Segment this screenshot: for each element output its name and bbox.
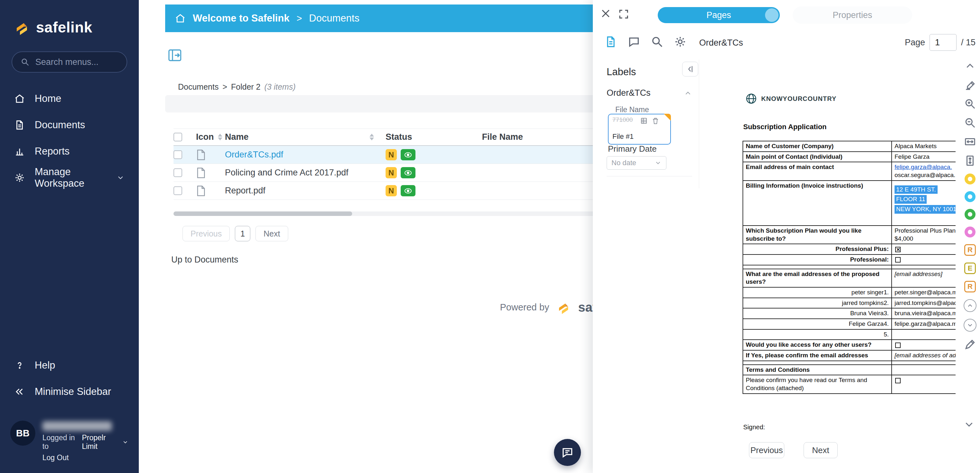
highlight-color-cyan[interactable] <box>964 191 975 202</box>
chat-widget-button[interactable] <box>554 439 581 466</box>
up-to-documents-link[interactable]: Up to Documents <box>171 255 239 265</box>
sidebar-bottom: Help Minimise Sidebar <box>0 352 139 405</box>
horizontal-scrollbar-thumb[interactable] <box>173 212 352 216</box>
pdf-logo-text: KNOWYOURCOUNTRY <box>761 95 836 102</box>
pdf-file-icon <box>196 149 206 161</box>
comments-icon[interactable] <box>627 35 641 49</box>
sidebar-item-home[interactable]: Home <box>0 86 139 112</box>
sidebar-item-minimise[interactable]: Minimise Sidebar <box>0 379 139 405</box>
breadcrumb-root[interactable]: Documents <box>178 82 218 92</box>
highlighted-text: FLOOR 11 <box>894 195 927 204</box>
breadcrumb-separator: > <box>222 82 227 92</box>
scroll-up-icon[interactable] <box>964 60 976 72</box>
pdf-checkbox <box>895 378 900 383</box>
labels-divider <box>699 60 699 188</box>
help-label: Help <box>35 360 55 371</box>
sort-icon[interactable] <box>218 134 222 140</box>
primary-date-select[interactable]: No date <box>607 156 667 170</box>
previous-annotation-icon[interactable] <box>964 299 977 312</box>
table-row: Main point of Contact (Individual) Felip… <box>743 152 956 162</box>
label-section-order-tcs[interactable]: Order&TCs <box>607 88 692 98</box>
highlighter-icon[interactable] <box>964 79 976 91</box>
fit-page-icon[interactable] <box>964 154 976 167</box>
tab-properties[interactable]: Properties <box>793 6 912 24</box>
file-name-field-editor[interactable]: 771000 File #1 <box>608 114 671 145</box>
pages-toggle-knob[interactable] <box>765 8 778 22</box>
file-name-link[interactable]: Order&TCs.pdf <box>225 150 283 160</box>
highlighted-text: NEW YORK, NY 10017 <box>894 205 956 214</box>
fullscreen-icon[interactable] <box>618 8 632 22</box>
minimise-label: Minimise Sidebar <box>35 386 111 398</box>
pdf-heading: Subscription Application <box>743 123 827 131</box>
close-icon[interactable] <box>600 8 614 22</box>
spacer-row <box>743 361 956 365</box>
sidebar-item-reports[interactable]: Reports <box>0 138 139 164</box>
next-document-button[interactable]: Next <box>803 442 838 458</box>
labels-heading: Labels <box>607 66 636 78</box>
zoom-in-icon[interactable] <box>964 98 976 110</box>
highlight-color-pink[interactable] <box>964 226 975 237</box>
row-checkbox[interactable] <box>173 150 182 159</box>
banner-separator: > <box>297 13 302 24</box>
sidebar: safelink Home Documents Reports <box>0 0 139 473</box>
log-out-link[interactable]: Log Out <box>42 453 129 462</box>
sidebar-item-help[interactable]: Help <box>0 352 139 379</box>
next-page-button[interactable]: Next <box>255 226 288 241</box>
status-badge-viewed <box>401 167 415 178</box>
grid-icon[interactable] <box>640 117 648 125</box>
sidebar-item-label: Documents <box>35 119 85 131</box>
select-all-checkbox[interactable] <box>173 133 182 142</box>
search-menus-input[interactable] <box>35 57 118 67</box>
column-header-name[interactable]: Name <box>225 132 386 142</box>
pdf-checkbox <box>895 257 900 263</box>
email-link: felipe.garza@alpaca. <box>894 164 952 170</box>
zoom-out-icon[interactable] <box>964 117 976 129</box>
scroll-down-icon[interactable] <box>963 418 977 433</box>
chevron-up-icon[interactable] <box>684 89 692 97</box>
pencil-icon[interactable] <box>964 338 976 350</box>
highlight-color-green[interactable] <box>964 209 975 220</box>
row-checkbox[interactable] <box>173 186 182 195</box>
search-menus-box[interactable] <box>11 51 127 73</box>
avatar: BB <box>10 420 35 446</box>
tab-pages[interactable]: Pages <box>658 7 780 23</box>
sidebar-item-manage-workspace[interactable]: Manage Workspace <box>0 164 139 191</box>
workspace-selector[interactable]: Propelr Limit <box>82 433 119 451</box>
status-badge-viewed <box>401 185 415 196</box>
table-row: Bruna Vieira3. bruna.vieira@alpaca.ma <box>743 308 956 319</box>
sidebar-item-label: Reports <box>35 146 70 157</box>
row-checkbox[interactable] <box>173 168 182 177</box>
pages-view-icon[interactable] <box>605 35 618 49</box>
sidebar-item-label: Manage Workspace <box>35 166 107 189</box>
annotation-tool-1[interactable]: R <box>964 244 976 256</box>
user-name-redacted <box>42 421 112 431</box>
page-label: Page <box>905 38 925 48</box>
search-icon <box>21 57 30 67</box>
file-name-text[interactable]: Report.pdf <box>225 186 266 196</box>
sidebar-item-documents[interactable]: Documents <box>0 112 139 138</box>
chevron-down-icon[interactable] <box>122 439 129 445</box>
breadcrumb-folder[interactable]: Folder 2 <box>231 82 261 92</box>
previous-document-button[interactable]: Previous <box>749 442 784 458</box>
settings-icon[interactable] <box>674 35 687 49</box>
page-number-button[interactable]: 1 <box>235 226 250 241</box>
next-annotation-icon[interactable] <box>964 319 977 331</box>
subscription-table: Name of Customer (Company) Alpaca Market… <box>743 141 956 394</box>
trash-icon[interactable] <box>652 117 659 125</box>
page-number-input[interactable] <box>929 34 956 51</box>
status-badge-new: N <box>386 185 397 196</box>
field-current-value[interactable]: File #1 <box>612 132 634 141</box>
annotation-tool-3[interactable]: R <box>964 281 976 292</box>
column-header-icon[interactable]: Icon <box>196 132 225 142</box>
previous-page-button[interactable]: Previous <box>183 226 230 241</box>
annotation-tool-2[interactable]: E <box>964 263 976 274</box>
search-icon[interactable] <box>651 35 664 49</box>
collapse-labels-button[interactable] <box>682 62 698 76</box>
fit-width-icon[interactable] <box>964 135 976 148</box>
banner-section: Documents <box>309 13 360 24</box>
file-name-text[interactable]: Policing and Crime Act 2017.pdf <box>225 168 348 178</box>
sort-icon[interactable] <box>369 134 374 140</box>
logged-in-prefix: Logged in to <box>42 433 79 451</box>
open-panel-icon[interactable] <box>168 48 184 63</box>
highlight-color-yellow[interactable] <box>964 174 975 185</box>
